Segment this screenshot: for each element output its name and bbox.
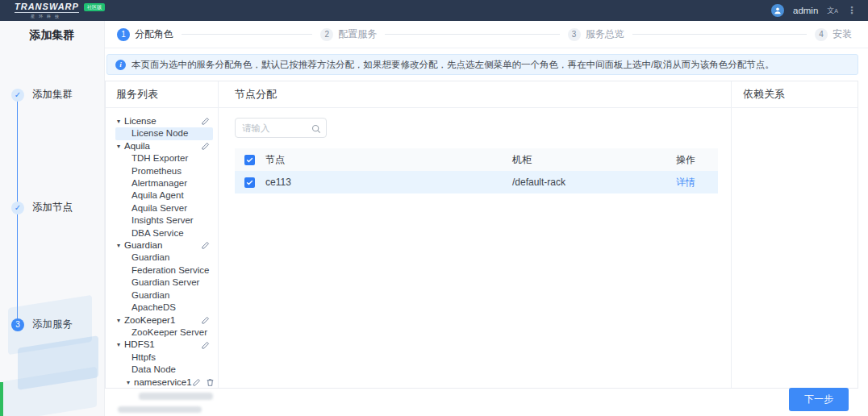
tree-item-label: nameservice1 xyxy=(134,376,192,388)
tree-item-alertmanager[interactable]: Alertmanager xyxy=(115,177,213,189)
node-name: ce113 xyxy=(265,177,512,188)
app-window: TRANSWARP 星环科技 社区版 admin 文A ⋮ 添加集群 1分配角色… xyxy=(0,0,868,416)
clipped-tree-item-blur xyxy=(118,406,202,413)
tree-item-dba-service[interactable]: DBA Service xyxy=(115,227,213,239)
delete-trash-icon xyxy=(206,378,215,387)
topbar-actions: admin 文A ⋮ xyxy=(771,4,857,17)
edit-pencil-icon xyxy=(201,241,210,250)
logo-text: TRANSWARP 星环科技 xyxy=(15,2,79,19)
edit-pencil-icon xyxy=(201,341,210,350)
page-title: 添加集群 xyxy=(0,21,105,48)
detail-link[interactable]: 详情 xyxy=(676,177,695,188)
tree-item-license[interactable]: ▾License xyxy=(115,115,213,127)
tree-item-label: License xyxy=(124,115,156,127)
tree-item-actions xyxy=(201,241,213,250)
rack-name: /default-rack xyxy=(512,177,676,188)
tree-item-aquila-agent[interactable]: Aquila Agent xyxy=(115,189,213,202)
wizard-step-[interactable]: 2配置服务 xyxy=(320,27,377,41)
tree-item-license-node[interactable]: License Node xyxy=(115,127,213,139)
caret-down-icon[interactable]: ▾ xyxy=(117,115,120,127)
tree-item-actions xyxy=(192,378,218,387)
table-row-ce113[interactable]: ce113/default-rack详情 xyxy=(235,171,718,193)
wizard-step-[interactable]: 3服务总览 xyxy=(568,27,624,41)
caret-down-icon[interactable]: ▾ xyxy=(127,376,130,388)
tree-item-label: DBA Service xyxy=(131,228,184,238)
service-tree: ▾LicenseLicense Node▾AquilaTDH ExporterP… xyxy=(106,108,218,388)
node-search xyxy=(235,118,327,138)
sidebar-step-add-service[interactable]: 3 添加服务 xyxy=(11,318,73,331)
tree-item-actions xyxy=(201,341,213,350)
decor-green-strip xyxy=(0,382,3,416)
tree-item-guardian-federation-service[interactable]: Guardian Federation Service xyxy=(115,252,213,277)
caret-down-icon[interactable]: ▾ xyxy=(117,314,120,327)
search-icon[interactable] xyxy=(311,123,321,137)
tree-item-label: ZooKeeper1 xyxy=(124,314,175,327)
step-label: 安装 xyxy=(833,27,852,41)
caret-down-icon[interactable]: ▾ xyxy=(117,140,120,152)
user-avatar[interactable] xyxy=(771,4,784,17)
tree-item-httpfs[interactable]: Httpfs xyxy=(115,352,213,364)
edit-icon[interactable] xyxy=(201,142,210,151)
tree-item-aquila[interactable]: ▾Aquila xyxy=(115,140,213,152)
tree-item-hdfs1[interactable]: ▾HDFS1 xyxy=(115,339,213,351)
info-banner-text: 本页面为选中的服务分配角色，默认已按推荐方法分配，如果想要修改分配，先点选左侧菜… xyxy=(131,59,774,71)
more-menu-icon[interactable]: ⋮ xyxy=(847,6,857,15)
tree-item-label: ZooKeeper Server xyxy=(131,327,207,337)
tree-item-label: Aquila xyxy=(124,140,150,152)
language-switch-icon[interactable]: 文A xyxy=(827,6,838,15)
tree-item-label: TDH Exporter xyxy=(131,153,188,163)
caret-down-icon[interactable]: ▾ xyxy=(117,339,120,351)
edit-icon[interactable] xyxy=(201,316,210,325)
username-label[interactable]: admin xyxy=(793,6,818,15)
transwarp-logo[interactable]: TRANSWARP 星环科技 社区版 xyxy=(15,2,105,19)
edit-icon[interactable] xyxy=(201,341,210,350)
tree-item-label: Aquila Agent xyxy=(131,190,184,200)
tree-item-label: Httpfs xyxy=(131,352,156,362)
tree-item-label: Data Node xyxy=(131,364,176,374)
tree-item-nameservice1[interactable]: ▾nameservice1 xyxy=(115,376,213,388)
edit-icon[interactable] xyxy=(201,117,210,126)
sidebar-step-label: 添加服务 xyxy=(32,318,73,331)
step-label: 配置服务 xyxy=(338,27,377,41)
checkbox-checked[interactable] xyxy=(244,177,255,188)
col-header-rack: 机柜 xyxy=(512,153,676,167)
tree-item-guardian-server[interactable]: Guardian Server xyxy=(115,277,213,289)
wizard-step-[interactable]: 4安装 xyxy=(815,27,852,41)
edit-icon[interactable] xyxy=(201,241,210,250)
sidebar-step-add-cluster[interactable]: ✓ 添加集群 xyxy=(11,88,73,102)
tree-item-actions xyxy=(201,142,213,151)
tree-item-zookeeper1[interactable]: ▾ZooKeeper1 xyxy=(115,314,213,327)
stepper-line xyxy=(632,34,807,35)
clipped-tree-item-blur xyxy=(139,393,213,400)
tree-item-data-node[interactable]: Data Node xyxy=(115,364,213,376)
edit-icon[interactable] xyxy=(192,378,201,387)
col-header-node: 节点 xyxy=(265,153,512,167)
next-step-button[interactable]: 下一步 xyxy=(789,388,849,411)
checkbox-checked[interactable] xyxy=(244,155,255,165)
sidebar-step-add-node[interactable]: ✓ 添加节点 xyxy=(11,201,73,214)
delete-icon[interactable] xyxy=(206,378,215,387)
check-icon: ✓ xyxy=(11,89,24,102)
col-header-action: 操作 xyxy=(676,153,718,167)
tree-item-guardian[interactable]: ▾Guardian xyxy=(115,239,213,252)
tree-item-tdh-exporter[interactable]: TDH Exporter xyxy=(115,152,213,164)
node-allocation-title: 节点分配 xyxy=(219,81,731,108)
service-list-title: 服务列表 xyxy=(106,81,218,108)
check-icon xyxy=(246,179,253,186)
logo-subtitle: 星环科技 xyxy=(15,14,79,19)
info-icon: i xyxy=(115,60,126,70)
tree-item-insights-server[interactable]: Insights Server xyxy=(115,214,213,227)
step-label: 服务总览 xyxy=(586,27,624,41)
table-header-row: 节点机柜操作 xyxy=(235,148,718,171)
tree-item-guardian-apacheds[interactable]: Guardian ApacheDS xyxy=(115,289,213,314)
wizard-step-[interactable]: 1分配角色 xyxy=(117,27,173,41)
tree-item-zookeeper-server[interactable]: ZooKeeper Server xyxy=(115,327,213,339)
tree-item-label: Guardian Federation Service xyxy=(131,252,210,274)
edit-pencil-icon xyxy=(201,142,210,151)
caret-down-icon[interactable]: ▾ xyxy=(117,239,120,252)
tree-item-prometheus[interactable]: Prometheus xyxy=(115,165,213,177)
step-number: 3 xyxy=(11,318,24,331)
tree-item-aquila-server[interactable]: Aquila Server xyxy=(115,202,213,214)
tree-item-actions xyxy=(201,117,213,126)
tree-item-label: License Node xyxy=(131,128,188,138)
